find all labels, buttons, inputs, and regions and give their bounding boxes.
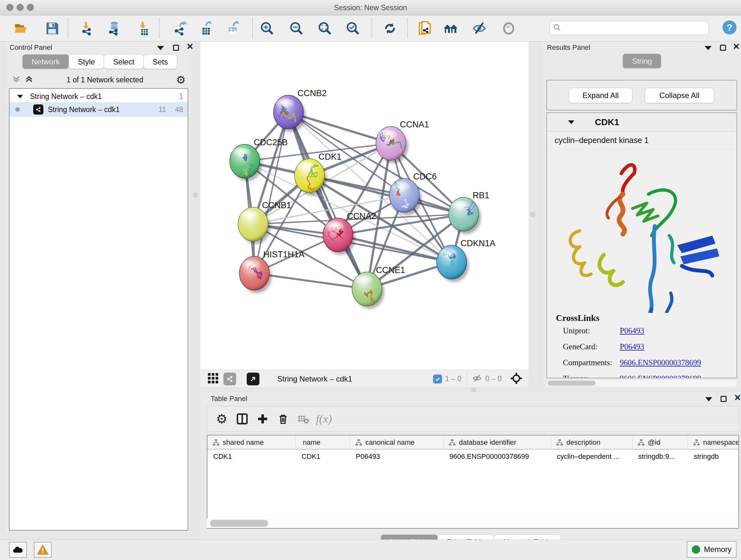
selected-checkbox-icon[interactable] <box>433 374 442 383</box>
warning-icon[interactable] <box>34 542 52 558</box>
show-columns-icon[interactable] <box>232 410 253 428</box>
scrollbar-thumb[interactable] <box>210 520 268 527</box>
table-cell[interactable]: CDK1 <box>296 449 350 463</box>
network-node-CDK1[interactable]: CDK1 <box>294 152 341 195</box>
column-header--id[interactable]: @id <box>632 435 688 449</box>
column-header-canonical-name[interactable]: canonical name <box>350 435 444 449</box>
network-node-CDKN1A[interactable]: CDKN1A <box>436 239 495 282</box>
expand-all-networks-icon[interactable] <box>24 74 34 85</box>
column-header-description[interactable]: description <box>551 435 632 449</box>
crosslink-link[interactable]: 9606.ENSP00000378699 <box>620 374 701 378</box>
export-network-icon[interactable] <box>172 21 188 36</box>
splitter-handle[interactable] <box>193 192 198 197</box>
network-node-CCNB2[interactable]: CCNB2 <box>273 88 327 132</box>
crosslinks-title: CrossLinks <box>556 313 737 323</box>
table-cell[interactable]: CDK1 <box>207 449 296 463</box>
network-node-CCNA1[interactable]: CCNA1 <box>376 120 429 163</box>
eye-icon[interactable] <box>501 21 516 36</box>
tab-style[interactable]: Style <box>69 54 104 69</box>
results-panel-maximize-button[interactable] <box>720 45 726 51</box>
memory-button[interactable]: Memory <box>687 541 737 558</box>
crosslink-link[interactable]: P06493 <box>620 342 644 351</box>
detach-view-icon[interactable] <box>247 373 259 385</box>
protein-section-header[interactable]: CDK1 <box>547 113 737 132</box>
crosslink-link[interactable]: P06493 <box>620 326 644 335</box>
zoom-in-icon[interactable] <box>259 21 275 36</box>
tab-string[interactable]: String <box>623 54 661 68</box>
network-row[interactable]: String Network – cdk1 11 48 <box>10 102 188 117</box>
birdseye-navigator-icon[interactable] <box>510 372 523 386</box>
collapse-all-button[interactable]: Collapse All <box>645 88 714 103</box>
table-options-gear-icon[interactable]: ⚙ <box>212 410 232 428</box>
string-import-document-icon[interactable] <box>417 21 433 36</box>
help-icon[interactable]: ? <box>722 20 737 35</box>
protein-collapse-icon[interactable] <box>568 120 575 124</box>
table-cell[interactable]: cyclin–dependent ... <box>551 449 632 463</box>
network-edge[interactable] <box>288 112 367 289</box>
splitter-handle[interactable] <box>530 212 535 217</box>
network-view-share-icon[interactable] <box>223 373 236 385</box>
table-horizontal-scrollbar[interactable] <box>207 518 738 528</box>
home-networks-icon[interactable] <box>443 21 458 36</box>
import-network-file-icon[interactable] <box>80 21 95 36</box>
import-table-icon[interactable] <box>137 21 152 36</box>
table-cell[interactable]: stringdb:9... <box>632 449 688 463</box>
results-panel-float-button[interactable] <box>704 46 712 50</box>
protein-description-row: cyclin–dependent kinase 1 <box>547 132 737 149</box>
network-options-gear-icon[interactable]: ⚙ <box>176 74 186 85</box>
tab-select[interactable]: Select <box>104 54 144 69</box>
delete-column-icon[interactable] <box>273 410 293 428</box>
collapse-all-networks-icon[interactable] <box>11 74 21 85</box>
zoom-selected-icon[interactable] <box>345 21 360 36</box>
refresh-icon[interactable] <box>382 21 398 36</box>
table-cell[interactable]: P06493 <box>350 449 444 463</box>
table-cell[interactable]: stringdb <box>688 449 739 463</box>
import-network-database-icon[interactable] <box>107 21 122 36</box>
delete-table-icon[interactable] <box>293 410 314 428</box>
crosslink-link[interactable]: 9606.ENSP00000378699 <box>620 358 701 367</box>
open-session-icon[interactable] <box>13 21 29 36</box>
tab-network[interactable]: Network <box>22 54 69 69</box>
export-table-icon[interactable] <box>199 21 214 36</box>
add-column-icon[interactable] <box>253 410 273 428</box>
table-panel-float-button[interactable] <box>705 397 712 401</box>
control-panel-tabs: NetworkStyleSelectSets <box>22 54 177 69</box>
toolbar-separator <box>68 18 68 38</box>
expand-all-button[interactable]: Expand All <box>569 88 632 103</box>
scrollbar-thumb[interactable] <box>548 381 596 386</box>
table-row[interactable]: CDK1CDK1P064939606.ENSP00000378699cyclin… <box>207 449 738 463</box>
table-cell[interactable]: 9606.ENSP00000378699 <box>444 449 551 463</box>
table-panel-title: Table Panel <box>211 395 247 403</box>
tab-sets[interactable]: Sets <box>143 54 177 69</box>
column-header-database-identifier[interactable]: database identifier <box>444 435 551 449</box>
memory-label: Memory <box>704 545 732 554</box>
network-node-RB1[interactable]: RB1 <box>449 191 489 234</box>
results-panel-close-button[interactable]: ✕ <box>733 44 740 51</box>
control-panel-close-button[interactable]: ✕ <box>186 44 194 51</box>
zoom-fit-icon[interactable] <box>317 21 333 36</box>
column-header-namespace[interactable]: namespace <box>688 435 739 449</box>
table-panel-maximize-button[interactable] <box>721 396 727 402</box>
results-horizontal-scrollbar[interactable] <box>547 380 737 386</box>
function-builder-icon[interactable]: f(x) <box>314 410 334 428</box>
protein-details-box: CDK1 cyclin–dependent kinase 1 CrossLink… <box>546 112 737 378</box>
zoom-out-icon[interactable] <box>289 21 304 36</box>
network-collection-row[interactable]: String Network – cdk1 1 <box>10 91 188 102</box>
control-panel-float-button[interactable] <box>157 46 164 50</box>
export-image-icon[interactable] <box>225 21 241 36</box>
save-session-icon[interactable] <box>45 21 60 36</box>
hide-unhide-icon[interactable] <box>472 21 487 36</box>
hidden-eye-icon[interactable] <box>472 373 482 385</box>
grid-view-icon[interactable] <box>207 373 219 385</box>
crosslink-label: Uniprot: <box>556 326 620 335</box>
column-header-name[interactable]: name <box>296 435 350 449</box>
network-canvas[interactable]: CCNB2CCNA1CDC25BCDK1CDC6RB1CCNB1CCNA2CDK… <box>200 42 529 370</box>
splitter-handle[interactable] <box>471 388 476 392</box>
search-input[interactable] <box>561 24 702 32</box>
collection-expand-icon[interactable] <box>17 95 23 98</box>
column-header-shared-name[interactable]: shared name <box>207 435 296 449</box>
control-panel-maximize-button[interactable] <box>173 45 179 51</box>
cloud-icon[interactable] <box>9 542 27 558</box>
table-panel-close-button[interactable]: ✕ <box>734 395 741 402</box>
network-node-HIST1H1A[interactable]: HIST1H1A <box>239 250 305 293</box>
